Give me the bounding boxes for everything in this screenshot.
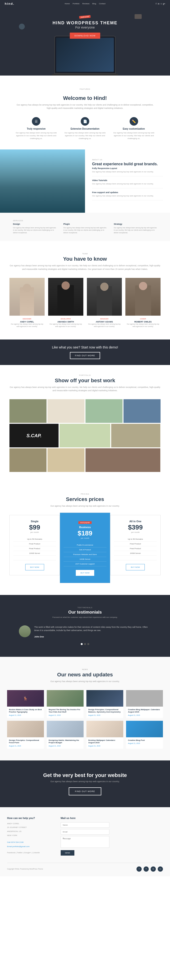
testimonials-title: Our testimonials <box>19 610 151 615</box>
news-img-5 <box>7 721 44 737</box>
portfolio-item-4[interactable] <box>124 399 160 423</box>
googleplus-icon[interactable]: g+ <box>163 3 165 5</box>
news-date-7: August 21, 2015 <box>88 745 121 747</box>
hero-theme-name: HIND WORDPRESS THEME <box>52 21 118 25</box>
footer-address-2: 20 JOURNEY STREET <box>7 826 56 829</box>
team-member-andy: DESIGNER ANDY COREL Our agency has alway… <box>10 278 44 328</box>
navigation: hind. Home Portfolio Reviews Blog Contac… <box>0 0 170 7</box>
services-section: SERVICES Design Our agency has always be… <box>0 213 170 241</box>
team-member-amanda: DEVELOPER AMANDA SMITH Our agency has al… <box>48 278 83 328</box>
portfolio-item-6[interactable] <box>59 424 110 447</box>
footer-empty-col <box>114 817 163 856</box>
portfolio-item-10[interactable] <box>86 448 160 472</box>
news-title: Our news and updates <box>7 672 163 678</box>
news-date-1: August 21, 2015 <box>9 714 42 716</box>
logo[interactable]: hind. <box>5 2 14 5</box>
dot-2[interactable] <box>84 643 86 645</box>
footer-address-1: ANDY COREL <box>7 822 56 826</box>
buy-now-business[interactable]: BUY NOW <box>76 570 94 576</box>
news-card-3[interactable]: Design Principles: Compositional Balance… <box>86 690 123 718</box>
footer: How can we help you? ANDY COREL 20 JOURN… <box>0 807 170 877</box>
footer-twitter-icon[interactable]: T <box>143 867 149 872</box>
news-card-6[interactable]: Designing Habits: Maintaining the Projec… <box>47 721 84 749</box>
footer-message-input[interactable] <box>61 836 110 848</box>
portfolio-item-1[interactable] <box>10 399 46 423</box>
exp-feature-responsive-desc: Our agency has always been among top-top… <box>92 170 163 173</box>
nav-link-home[interactable]: Home <box>65 3 70 5</box>
features-row: ☰ Truly responsive Our agency has always… <box>14 117 156 140</box>
download-now-button[interactable]: DOWNLOAD NOW <box>70 33 100 39</box>
portfolio-item-3[interactable] <box>86 399 122 423</box>
exp-feature-video: Video Tutorials Our agency has always be… <box>92 179 163 188</box>
plan-business-f4: 10GB Server <box>64 557 106 562</box>
find-out-more-button-2[interactable]: FIND OUT MORE <box>69 788 102 795</box>
portfolio-item-7[interactable] <box>111 424 160 447</box>
portfolio-item-9[interactable] <box>48 448 84 472</box>
portfolio-item-5[interactable]: S.CAP. <box>10 424 59 447</box>
nav-link-reviews[interactable]: Reviews <box>83 3 89 5</box>
footer-facebook-icon[interactable]: f <box>137 867 141 872</box>
nav-link-contact[interactable]: Contact <box>99 3 106 5</box>
news-card-4[interactable]: Creative Blog Wallpaper: Calendars Augus… <box>126 690 163 718</box>
pricing-title: Services prices <box>10 496 160 503</box>
feature-responsive-title: Truly responsive <box>14 127 58 130</box>
andy-desc: Our agency has always been among top-top… <box>10 323 44 328</box>
experience-label: ABOUT US <box>92 159 163 161</box>
portfolio-item-8[interactable] <box>10 448 46 472</box>
news-card-1[interactable]: 🦌 Boston Makes A Case Study on Best Prac… <box>7 690 44 718</box>
nav-link-portfolio[interactable]: Portfolio <box>73 3 79 5</box>
antony-photo <box>87 278 122 316</box>
footer-email-input[interactable] <box>61 829 110 835</box>
get-best-section: Get the very best for your website Our a… <box>0 760 170 807</box>
team-member-robert: CODER ROBERT OWLES Our agency has always… <box>126 278 160 328</box>
feature-docs: 📄 Extensive Documentation Our agency has… <box>63 117 107 140</box>
footer-copyright: Copyright ©Hind. Powered by WordPress Th… <box>7 868 43 870</box>
welcome-label: FEATURES <box>14 88 156 94</box>
footer-phone-link[interactable]: Call 0374 534 2108 <box>7 841 23 843</box>
portfolio-section: PORTFOLIO Show off your best work Our ag… <box>0 365 170 482</box>
plan-allinone-f5 <box>114 556 157 560</box>
footer-social-links: Facebook | Twitter | Google+ | Linkedin <box>7 851 40 854</box>
plan-business-f3: Premium Website and Store <box>64 552 106 557</box>
buy-now-single[interactable]: BUY NOW <box>25 564 44 570</box>
footer-linkedin-icon[interactable]: in <box>158 867 163 872</box>
buy-now-allinone[interactable]: BUY NOW <box>126 564 145 570</box>
dot-3[interactable] <box>87 643 89 645</box>
experience-image <box>0 150 85 213</box>
testimonial-card: The work is filled with concept who make… <box>19 625 151 638</box>
footer-name-input[interactable] <box>61 822 110 828</box>
find-out-more-button-1[interactable]: FIND OUT MORE <box>70 352 100 359</box>
robert-photo <box>126 278 160 316</box>
news-img-1: 🦌 <box>7 690 44 706</box>
news-subtitle: Our agency has always been among top-top… <box>7 680 163 683</box>
facebook-icon[interactable]: f <box>156 3 157 5</box>
hero-tagline: For everyone <box>52 25 118 29</box>
welcome-subtitle: Our agency has always be among top-top w… <box>14 103 156 110</box>
news-title-6: Designing Habits: Maintaining the Projec… <box>49 739 82 744</box>
twitter-icon[interactable]: t <box>161 3 162 5</box>
service-design-text: Our agency has always been among top-top… <box>13 227 56 234</box>
welcome-section: FEATURES Welcome to Hind! Our agency has… <box>0 76 170 150</box>
experience-section: ABOUT US Great experience build great br… <box>0 150 170 213</box>
testimonials-subtitle: Focused on what the customer says about … <box>19 616 151 618</box>
footer-googleplus-icon[interactable]: G <box>151 867 156 872</box>
footer-email-link[interactable]: Email portfolio@gmail.com <box>7 845 30 848</box>
robert-desc: Our agency has always been among top-top… <box>126 323 160 328</box>
nav-link-blog[interactable]: Blog <box>92 3 96 5</box>
footer-send-button[interactable]: SEND <box>61 850 75 856</box>
dot-1[interactable] <box>81 643 83 645</box>
plan-single-f1: Up to 50 Domains <box>13 537 56 542</box>
linkedin-icon[interactable]: in <box>158 3 159 5</box>
experience-content: ABOUT US Great experience build great br… <box>85 150 170 213</box>
news-card-7[interactable]: Desktop Wallpaper Calendars: August 2015… <box>86 721 123 749</box>
plan-allinone-f3: Final Product <box>114 546 157 551</box>
portfolio-item-2[interactable] <box>48 399 84 423</box>
feature-docs-desc: Our agency has always been among top-top… <box>63 132 107 140</box>
news-card-8[interactable]: Creative Blog Post August 21, 2015 <box>126 721 163 749</box>
news-card-2[interactable]: Beyond The Boring Tax Invoice For Your K… <box>47 690 84 718</box>
cta-start-section: Like what you see? Start now with this d… <box>0 339 170 365</box>
news-title-2: Beyond The Boring Tax Invoice For Your K… <box>49 708 82 713</box>
news-card-5[interactable]: Design Principles: Compositional Focal P… <box>7 721 44 749</box>
exp-feature-video-desc: Our agency has always been among top-top… <box>92 183 163 185</box>
antony-desc: Our agency has always been among top-top… <box>87 323 122 328</box>
